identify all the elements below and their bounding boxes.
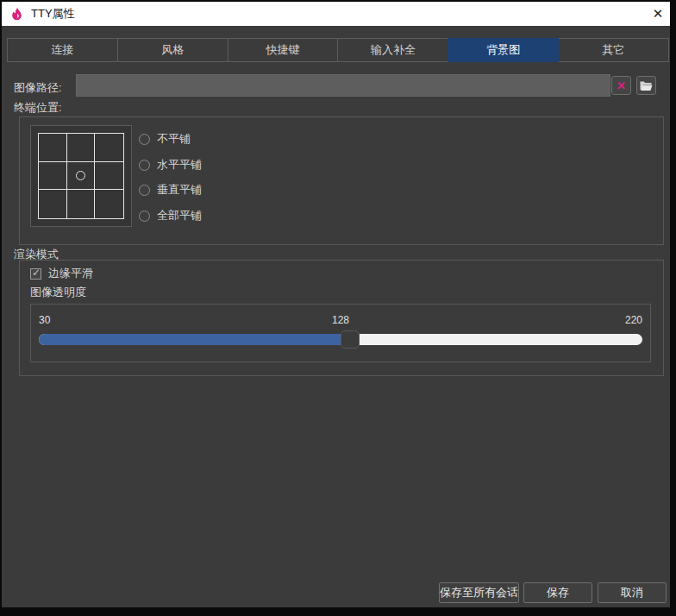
radio-circle-icon [139,185,150,196]
opacity-slider-box: 30 128 220 [30,304,651,362]
position-grid-widget[interactable] [30,125,132,227]
radio-circle-icon [139,134,150,145]
grid-cell[interactable] [95,134,123,162]
radio-no-tile[interactable]: 不平铺 [139,132,191,146]
clear-path-button[interactable]: ✕ [611,76,631,95]
app-logo-icon [9,7,24,22]
tty-properties-dialog: TTY属性 ✕ 连接 风格 快捷键 输入补全 背景图 其它 图像路径: ✕ 终端… [2,2,670,607]
slider-fill [39,334,350,345]
terminal-position-group: 不平铺 水平平铺 垂直平铺 全部平铺 [19,116,664,245]
grid-cell[interactable] [67,134,96,162]
radio-vertical-tile[interactable]: 垂直平铺 [139,183,202,197]
tab-shortcuts[interactable]: 快捷键 [228,38,339,62]
title-bar: TTY属性 ✕ [2,2,670,26]
checkbox-icon: ✓ [30,268,41,280]
radio-label: 水平平铺 [157,157,202,173]
grid-cell[interactable] [67,190,96,218]
folder-icon [640,80,653,91]
tab-other[interactable]: 其它 [558,38,669,62]
radio-label: 垂直平铺 [157,182,202,198]
window-title: TTY属性 [31,6,75,22]
edge-smoothing-checkbox-row[interactable]: ✓ 边缘平滑 [30,266,93,281]
cancel-button[interactable]: 取消 [598,582,667,603]
edge-smoothing-label: 边缘平滑 [48,266,93,281]
selected-position-dot [76,171,85,180]
tab-background-image[interactable]: 背景图 [448,38,559,62]
image-opacity-label: 图像透明度 [30,285,86,300]
grid-cell[interactable] [39,190,67,218]
grid-cell[interactable] [95,190,123,218]
tab-style[interactable]: 风格 [117,38,228,62]
image-path-label: 图像路径: [14,80,62,96]
render-mode-group: ✓ 边缘平滑 图像透明度 30 128 220 [19,260,664,376]
checkmark-icon: ✓ [32,267,41,279]
grid-cell[interactable] [39,162,67,191]
tab-input-completion[interactable]: 输入补全 [337,38,448,62]
save-all-sessions-button[interactable]: 保存至所有会话 [439,582,519,603]
grid-cell[interactable] [39,134,67,162]
close-icon[interactable]: ✕ [648,4,668,23]
slider-current-value: 128 [31,314,650,326]
opacity-slider[interactable] [39,330,642,349]
radio-label: 不平铺 [157,131,191,147]
tab-bar: 连接 风格 快捷键 输入补全 背景图 其它 [7,38,669,62]
slider-handle[interactable] [341,330,360,349]
grid-cell-center[interactable] [67,162,96,191]
grid-cell[interactable] [95,162,123,191]
radio-horizontal-tile[interactable]: 水平平铺 [139,158,202,172]
terminal-position-label: 终端位置: [14,100,62,116]
save-button[interactable]: 保存 [523,582,592,603]
radio-label: 全部平铺 [157,208,202,223]
browse-folder-button[interactable] [636,76,656,95]
tab-connection[interactable]: 连接 [7,38,118,62]
position-grid [38,133,124,219]
radio-circle-icon [139,160,150,171]
clear-x-icon: ✕ [617,79,626,92]
image-path-input[interactable] [76,74,610,97]
radio-all-tile[interactable]: 全部平铺 [139,209,202,223]
slider-max-value: 220 [625,314,642,326]
radio-circle-icon [139,211,150,222]
